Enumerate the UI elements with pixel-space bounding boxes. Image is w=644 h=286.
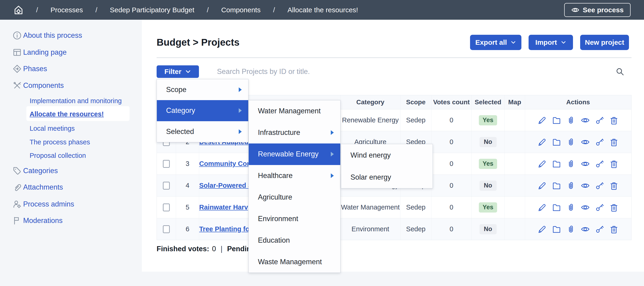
row-actions (538, 225, 618, 234)
permissions-key-icon[interactable] (595, 181, 604, 190)
project-votes: 0 (432, 153, 472, 175)
attachment-paperclip-icon[interactable] (566, 137, 576, 147)
menu-item-category[interactable]: Category (157, 100, 248, 121)
folder-icon[interactable] (552, 159, 561, 169)
menu-item-agriculture[interactable]: Agriculture (249, 187, 340, 208)
permissions-key-icon[interactable] (595, 159, 604, 169)
delete-trash-icon[interactable] (609, 225, 618, 234)
attachment-paperclip-icon[interactable] (566, 225, 576, 234)
sidebar-item-proposal-collection[interactable]: Proposal collection 10 (0, 149, 142, 162)
permissions-key-icon[interactable] (595, 203, 604, 212)
export-all-button[interactable]: Export all (470, 35, 522, 50)
menu-item-scope[interactable]: Scope (157, 79, 248, 100)
project-map (504, 153, 525, 175)
sidebar-item-allocate-the-resources[interactable]: Allocate the resources! 1 (0, 107, 142, 120)
menu-item-renewable-energy[interactable]: Renewable Energy (249, 144, 340, 165)
delete-trash-icon[interactable] (609, 159, 618, 169)
filter-label: Filter (164, 68, 181, 76)
sidebar-item-attachments[interactable]: Attachments (0, 181, 142, 194)
menu-item-infrastructure[interactable]: Infrastructure (249, 122, 340, 144)
project-title-link[interactable]: Tree Planting fo (199, 225, 250, 233)
breadcrumb-current[interactable]: Allocate the resources! (288, 6, 358, 14)
menu-item-wind-energy[interactable]: Wind energy (341, 144, 432, 166)
sidebar-item-label: About this process (23, 31, 82, 40)
edit-pencil-icon[interactable] (538, 116, 547, 125)
attachment-paperclip-icon[interactable] (566, 203, 576, 212)
project-title-link[interactable]: Community Con (199, 160, 251, 168)
menu-item-label: Renewable Energy (258, 150, 318, 158)
sidebar-item-process-admins[interactable]: Process admins (0, 198, 142, 211)
folder-icon[interactable] (552, 225, 561, 234)
preview-eye-icon[interactable] (580, 137, 590, 147)
attachment-paperclip-icon[interactable] (566, 181, 576, 190)
sidebar-item-phases[interactable]: Phases (0, 62, 142, 75)
edit-pencil-icon[interactable] (538, 225, 547, 234)
menu-item-healthcare[interactable]: Healthcare (249, 165, 340, 187)
search-icon[interactable] (616, 67, 624, 76)
project-votes: 0 (432, 218, 472, 240)
home-icon[interactable] (14, 5, 24, 15)
sidebar-item-components[interactable]: Components (0, 79, 142, 92)
folder-icon[interactable] (552, 116, 561, 125)
menu-item-waste-management[interactable]: Waste Management (249, 251, 340, 272)
permissions-key-icon[interactable] (595, 116, 604, 125)
see-process-button[interactable]: See process (564, 3, 630, 17)
project-scope: Sedep (400, 197, 432, 218)
delete-trash-icon[interactable] (609, 116, 618, 125)
sidebar-item-categories[interactable]: Categories (0, 164, 142, 177)
row-checkbox[interactable] (163, 160, 170, 168)
row-actions (538, 159, 618, 169)
sidebar-item-label: Phases (23, 65, 47, 73)
breadcrumb-process-name[interactable]: Sedep Participatory Budget (110, 6, 194, 14)
attachment-paperclip-icon[interactable] (566, 116, 576, 125)
preview-eye-icon[interactable] (580, 203, 590, 212)
new-project-button[interactable]: New project (580, 35, 629, 50)
sidebar-subitem-label: Local meetings (30, 125, 75, 132)
attachment-paperclip-icon[interactable] (566, 159, 576, 169)
project-scope: Sedep (400, 218, 432, 240)
delete-trash-icon[interactable] (609, 181, 618, 190)
user-gear-icon (12, 200, 22, 209)
delete-trash-icon[interactable] (609, 137, 618, 147)
permissions-key-icon[interactable] (595, 137, 604, 147)
edit-pencil-icon[interactable] (538, 181, 547, 190)
menu-item-solar-energy[interactable]: Solar energy (341, 166, 432, 188)
import-button[interactable]: Import (528, 35, 573, 50)
preview-eye-icon[interactable] (580, 159, 590, 169)
filter-button[interactable]: Filter (156, 65, 199, 78)
sidebar-item-implementation-and-monitoring[interactable]: Implementation and monitoring 8 (0, 94, 142, 107)
preview-eye-icon[interactable] (580, 181, 590, 190)
menu-item-environment[interactable]: Environment (249, 208, 340, 229)
menu-item-education[interactable]: Education (249, 229, 340, 251)
sidebar-item-local-meetings[interactable]: Local meetings 2 (0, 122, 142, 135)
preview-eye-icon[interactable] (580, 116, 590, 125)
sidebar-item-landing-page[interactable]: Landing page (0, 46, 142, 59)
project-category: Water Management (340, 197, 400, 218)
search-input[interactable] (217, 65, 610, 78)
breadcrumb-processes[interactable]: Processes (50, 6, 83, 14)
folder-icon[interactable] (552, 203, 561, 212)
breadcrumb-components[interactable]: Components (221, 6, 260, 14)
delete-trash-icon[interactable] (609, 203, 618, 212)
edit-pencil-icon[interactable] (538, 203, 547, 212)
edit-pencil-icon[interactable] (538, 159, 547, 169)
project-title-link[interactable]: Rainwater Harv (199, 204, 248, 211)
menu-item-water-management[interactable]: Water Management (249, 100, 340, 122)
sidebar-item-about[interactable]: About this process (0, 29, 142, 42)
row-checkbox[interactable] (163, 225, 170, 233)
sidebar-item-label: Attachments (23, 183, 63, 191)
project-title-link[interactable]: Solar-Powered S (199, 182, 252, 189)
row-checkbox[interactable] (163, 182, 170, 190)
sidebar-item-moderations[interactable]: Moderations (0, 214, 142, 227)
menu-item-selected[interactable]: Selected (157, 121, 248, 142)
see-process-label: See process (583, 6, 624, 14)
edit-pencil-icon[interactable] (538, 137, 547, 147)
page-title: Budget > Projects (156, 37, 240, 48)
project-map (504, 175, 525, 196)
permissions-key-icon[interactable] (595, 225, 604, 234)
folder-icon[interactable] (552, 181, 561, 190)
preview-eye-icon[interactable] (580, 225, 590, 234)
sidebar-item-the-process-phases[interactable]: The process phases (0, 135, 142, 149)
folder-icon[interactable] (552, 137, 561, 147)
row-checkbox[interactable] (163, 204, 170, 211)
